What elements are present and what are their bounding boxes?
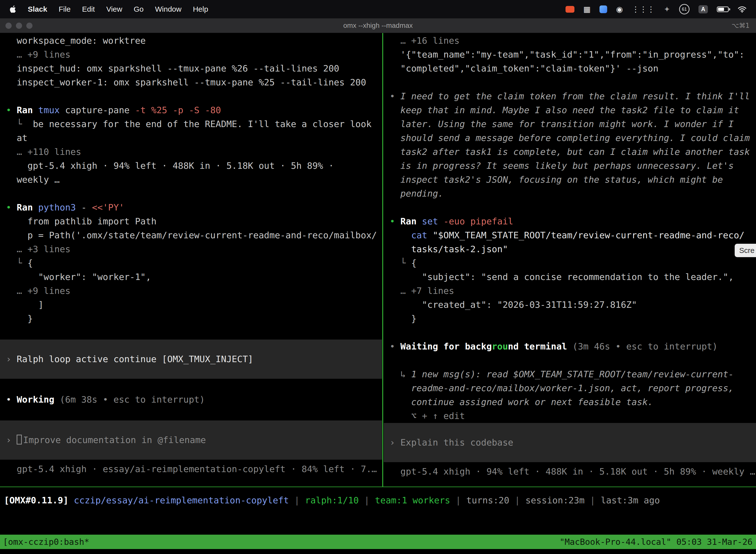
blank-line — [384, 201, 756, 214]
raycast-icon[interactable] — [600, 5, 607, 13]
elision-line: … +7 lines — [384, 284, 756, 298]
result-line: └ be necessary for the end of the README… — [0, 117, 382, 131]
tmux-host-clock: "MacBook-Pro-44.local" 05:03 31-Mar-26 — [560, 537, 756, 547]
window-titlebar: omx --xhigh --madmax ⌥⌘1 — [0, 18, 756, 33]
active-app-name[interactable]: Slack — [28, 5, 47, 13]
elision-line: … +3 lines — [0, 242, 382, 256]
config-line: inspect_worker-1: omx sparkshell --tmux-… — [0, 75, 382, 89]
battery-icon[interactable] — [717, 6, 729, 12]
hud-divider — [0, 487, 756, 487]
prompt-input[interactable]: › Improve documentation in @filename — [0, 421, 382, 460]
status-icons: ▦◉⋮⋮⋮✦61A — [566, 4, 756, 14]
code-line: tasks/task-2.json" — [384, 242, 756, 256]
pane-footer: gpt-5.4 xhigh · essay/ai-reimplementatio… — [0, 462, 382, 476]
code-line: cat "$OMX_TEAM_STATE_ROOT/team/review-cu… — [384, 228, 756, 242]
screen-recording-indicator[interactable] — [566, 6, 574, 13]
command-line: '{"team_name":"my-team","task_id":"1","f… — [384, 48, 756, 62]
result-line: weekly … — [0, 173, 382, 187]
working-status: • Working (6m 38s • esc to interrupt) — [0, 393, 382, 406]
command-line: "completed","claim_token":"claim-token"}… — [384, 62, 756, 75]
tmux-status-bar: [omx-cczip0:bash* "MacBook-Pro-44.local"… — [0, 535, 756, 549]
elision-line: … +16 lines — [384, 34, 756, 48]
code-line: from pathlib import Path — [0, 214, 382, 228]
apple-menu-icon[interactable] — [10, 5, 16, 13]
blank-line — [0, 406, 382, 421]
blank-line — [384, 75, 756, 89]
menu-go[interactable]: Go — [134, 5, 144, 13]
blank-line — [0, 379, 382, 393]
window-title: omx --xhigh --madmax — [0, 21, 756, 30]
wifi-icon[interactable] — [738, 6, 747, 13]
thinking-line: is in progress? It seems likely but perh… — [384, 159, 756, 173]
minimize-button[interactable] — [16, 22, 22, 29]
menu-help[interactable]: Help — [193, 5, 208, 13]
menu-file[interactable]: File — [59, 5, 70, 13]
thinking-line: pending. — [384, 187, 756, 201]
close-button[interactable] — [5, 22, 12, 29]
menubar-left: Slack FileEditViewGoWindowHelp — [0, 5, 208, 13]
pane-divider[interactable] — [382, 33, 383, 487]
menu-edit[interactable]: Edit — [82, 5, 95, 13]
grid-icon[interactable]: ▦ — [583, 5, 590, 13]
elision-line: … +110 lines — [0, 145, 382, 159]
mailbox-note: ↳ 1 new msg(s): read $OMX_TEAM_STATE_ROO… — [384, 367, 756, 381]
ran-command: • Ran tmux capture-pane -t %25 -p -S -80 — [0, 103, 382, 117]
input-source-icon[interactable]: A — [698, 5, 708, 13]
result-line: "created_at": "2026-03-31T11:59:27.816Z" — [384, 298, 756, 312]
result-line: } — [0, 312, 382, 326]
result-line: └ { — [0, 256, 382, 270]
prompt-input[interactable]: › Explain this codebase — [384, 423, 756, 462]
menu-extra-icon[interactable]: ✦ — [664, 5, 670, 13]
battery-percent-icon[interactable]: 61 — [679, 4, 690, 14]
thinking-line: task2 after task1 is complete, but can I… — [384, 145, 756, 159]
traffic-lights — [0, 22, 33, 29]
ran-command: • Ran set -euo pipefail — [384, 214, 756, 228]
dots-grid-icon[interactable]: ⋮⋮⋮ — [632, 5, 655, 13]
thinking-line: • I need to get the claim token from the… — [384, 89, 756, 103]
tmux-session-label: [omx-cczip0:bash* — [0, 537, 89, 547]
config-line: inspect_hud: omx sparkshell --tmux-pane … — [0, 62, 382, 75]
result-line: ] — [0, 298, 382, 312]
right-pane[interactable]: … +16 lines '{"team_name":"my-team","tas… — [384, 34, 756, 486]
band-content: › Improve documentation in @filename — [0, 433, 206, 447]
blank-line — [0, 89, 382, 103]
blank-line — [0, 187, 382, 201]
terminal-window: workspace_mode: worktree … +9 lines insp… — [0, 33, 756, 554]
elision-line: … +9 lines — [0, 48, 382, 62]
band-content: › Ralph loop active continue [OMX_TMUX_I… — [0, 352, 253, 366]
mailbox-note: continue assigned work or next feasible … — [384, 395, 756, 409]
config-line: workspace_mode: worktree — [0, 34, 382, 48]
code-line: p = Path('.omx/state/team/review-current… — [0, 228, 382, 242]
result-line: "worker": "worker-1", — [0, 270, 382, 284]
thinking-line: should send a message before completing … — [384, 131, 756, 145]
omx-status-line: [OMX#0.11.9] cczip/essay/ai-reimplementa… — [4, 493, 660, 507]
blank-line — [384, 353, 756, 367]
result-line: └ { — [384, 256, 756, 270]
zoom-button[interactable] — [26, 22, 33, 29]
waiting-status: • Waiting for background terminal (3m 46… — [384, 340, 756, 353]
tooltip: Scre — [735, 244, 756, 257]
result-line: at — [0, 131, 382, 145]
elision-line: … +9 lines — [0, 284, 382, 298]
blank-line — [384, 326, 756, 340]
result-line: } — [384, 312, 756, 326]
menubar: Slack FileEditViewGoWindowHelp ▦◉⋮⋮⋮✦61A — [0, 0, 756, 18]
thinking-line: later. Using the same for transition mig… — [384, 117, 756, 131]
battery-fill — [718, 8, 724, 11]
thinking-line: inspect task2's JSON, focusing on the st… — [384, 173, 756, 187]
pane-footer: gpt-5.4 xhigh · 94% left · 488K in · 5.1… — [384, 465, 756, 479]
mailbox-note: readme-and-reco/mailbox/worker-1.json, a… — [384, 381, 756, 395]
blank-line — [0, 326, 382, 340]
ran-command: • Ran python3 - <<'PY' — [0, 201, 382, 214]
band-content: › Explain this codebase — [384, 436, 513, 449]
result-line: gpt-5.4 xhigh · 94% left · 488K in · 5.1… — [0, 159, 382, 173]
thinking-line: keep that in mind. Maybe I also need the… — [384, 103, 756, 117]
left-pane[interactable]: workspace_mode: worktree … +9 lines insp… — [0, 34, 382, 486]
edit-hint: ⌥ + ↑ edit — [384, 409, 756, 423]
menu-view[interactable]: View — [106, 5, 122, 13]
window-shortcut-hint: ⌥⌘1 — [732, 22, 756, 29]
menu-window[interactable]: Window — [155, 5, 182, 13]
result-line: "subject": "send a concise recommendatio… — [384, 270, 756, 284]
ralph-loop-input[interactable]: › Ralph loop active continue [OMX_TMUX_I… — [0, 340, 382, 379]
app-circle-icon[interactable]: ◉ — [616, 5, 623, 13]
